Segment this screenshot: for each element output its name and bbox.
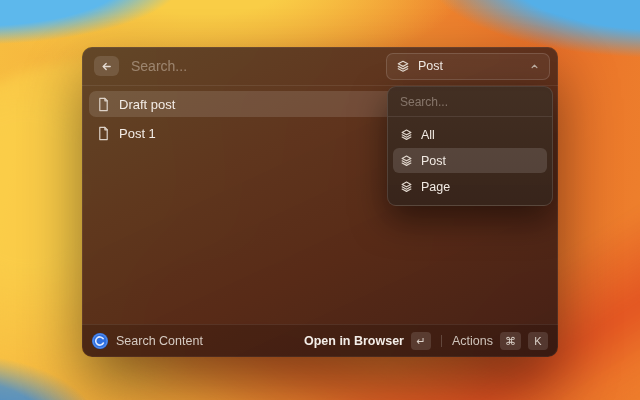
dropdown-search bbox=[388, 87, 552, 117]
dropdown-option-label: Post bbox=[421, 154, 446, 168]
window-footer: Search Content Open in Browser ↵ Actions… bbox=[82, 324, 558, 357]
dropdown-option-all[interactable]: All bbox=[393, 122, 547, 147]
return-key-badge: ↵ bbox=[411, 332, 431, 350]
document-icon bbox=[97, 97, 110, 112]
open-in-browser-label: Open in Browser bbox=[304, 334, 404, 348]
window-header: Post bbox=[82, 47, 558, 86]
document-icon bbox=[97, 126, 110, 141]
actions-button[interactable]: Actions ⌘ K bbox=[452, 332, 548, 350]
back-button[interactable] bbox=[94, 56, 119, 76]
chevron-up-icon bbox=[529, 61, 540, 72]
command-name: Search Content bbox=[116, 334, 203, 348]
dropdown-option-label: Page bbox=[421, 180, 450, 194]
box-icon bbox=[400, 128, 413, 141]
type-filter-dropdown-trigger[interactable]: Post bbox=[386, 53, 550, 80]
type-dropdown-panel: All Post Page bbox=[387, 86, 553, 206]
list-item-label: Draft post bbox=[119, 97, 175, 112]
actions-label: Actions bbox=[452, 334, 493, 348]
extension-icon bbox=[92, 333, 108, 349]
k-key-badge: K bbox=[528, 332, 548, 350]
box-icon bbox=[396, 59, 410, 73]
footer-divider bbox=[441, 335, 442, 347]
box-icon bbox=[400, 154, 413, 167]
dropdown-option-label: All bbox=[421, 128, 435, 142]
raycast-window: Post Draft post Post 1 bbox=[82, 47, 558, 357]
filter-selected-label: Post bbox=[418, 59, 443, 73]
command-key-badge: ⌘ bbox=[500, 332, 521, 350]
arrow-left-icon bbox=[100, 60, 113, 73]
dropdown-option-page[interactable]: Page bbox=[393, 174, 547, 199]
footer-actions: Open in Browser ↵ Actions ⌘ K bbox=[304, 332, 548, 350]
dropdown-option-post[interactable]: Post bbox=[393, 148, 547, 173]
dropdown-search-input[interactable] bbox=[400, 95, 540, 109]
open-in-browser-button[interactable]: Open in Browser ↵ bbox=[304, 332, 431, 350]
list-item-label: Post 1 bbox=[119, 126, 156, 141]
search-input[interactable] bbox=[131, 58, 386, 74]
box-icon bbox=[400, 180, 413, 193]
dropdown-options: All Post Page bbox=[388, 117, 552, 205]
main-search bbox=[131, 57, 386, 75]
